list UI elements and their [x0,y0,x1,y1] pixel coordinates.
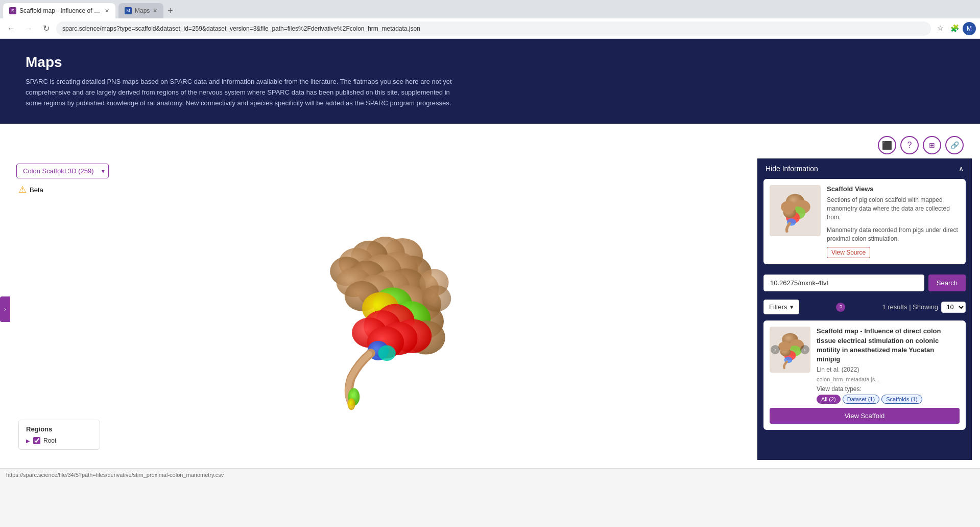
region-root-checkbox[interactable] [33,437,40,444]
filters-row: Filters ▾ ? 1 results | Showing 10 [757,295,972,318]
scaffold-views-card: Scaffold Views Sections of pig colon sca… [763,179,966,264]
beta-badge: ⚠ Beta [18,184,43,195]
tab2-label: Maps [135,7,150,14]
svg-point-33 [422,286,451,312]
region-expand-icon[interactable]: ▶ [26,438,30,444]
results-text: 1 results | Showing [882,303,938,311]
add-tab-button[interactable]: + [163,6,177,16]
scaffold-secondary-text: Manometry data recorded from pigs under … [827,226,960,243]
tab2-close-icon[interactable]: ✕ [153,8,157,14]
search-input[interactable] [763,274,924,291]
result-file: colon_hrm_metadata.js... [817,376,960,382]
svg-point-46 [778,342,791,352]
search-area: Search [757,270,972,295]
address-bar[interactable] [56,21,931,36]
scaffold-views-description: Sections of pig colon scaffold with mapp… [827,196,960,221]
tab2-favicon: M [125,7,132,14]
scaffold-thumb-svg [772,188,818,234]
side-panel: Hide Information [757,158,972,460]
result-card: ‹ [763,320,966,430]
badge-scaffolds[interactable]: Scaffolds (1) [881,395,922,404]
regions-title: Regions [26,425,92,433]
data-badges: All (2) Dataset (1) Scaffolds (1) [817,395,960,404]
back-button[interactable]: ← [4,21,18,36]
profile-button[interactable]: M [963,22,976,35]
result-author: Lin et al. (2022) [817,366,960,373]
hide-info-toggle[interactable]: Hide Information [757,158,972,179]
grid-button[interactable]: ⊞ [923,136,941,154]
svg-point-29 [378,346,395,361]
beta-icon: ⚠ [18,184,27,195]
scaffold-card-content: Scaffold Views Sections of pig colon sca… [827,185,960,258]
active-tab[interactable]: S Scaffold map - Influence of dire... ✕ [3,3,115,18]
status-bar: https://sparc.science/file/34/5?path=fil… [0,468,980,480]
bookmark-button[interactable]: ☆ [934,22,946,34]
scaffold-viewer: Colon Scaffold 3D (259) ⚠ Beta [8,158,757,460]
thumb-prev-button[interactable]: ‹ [771,345,780,354]
panel-toggle[interactable]: › [0,296,10,322]
header-banner: Maps SPARC is creating detailed PNS maps… [0,39,980,124]
search-button[interactable]: Search [928,274,966,291]
browser-tabs: S Scaffold map - Influence of dire... ✕ … [0,0,980,18]
svg-point-31 [347,399,355,410]
region-root-label: Root [43,437,56,444]
beta-label: Beta [30,186,43,194]
monitor-button[interactable]: ⬛ [878,136,896,154]
scaffold-selector: Colon Scaffold 3D (259) [16,164,109,178]
result-title: Scaffold map - Influence of direct colon… [817,327,960,364]
browser-actions: ☆ 🧩 M [934,22,976,35]
scaffold-views-title: Scaffold Views [827,185,960,193]
result-info: Scaffold map - Influence of direct colon… [817,327,960,404]
hide-info-label: Hide Information [766,165,818,173]
filters-chevron: ▾ [790,303,794,311]
filters-help-icon[interactable]: ? [836,303,845,312]
reload-button[interactable]: ↻ [39,21,53,36]
badge-dataset[interactable]: Dataset (1) [843,395,879,404]
scaffold-dropdown[interactable]: Colon Scaffold 3D (259) [16,164,109,178]
result-thumb: ‹ [770,327,810,373]
tab-close-icon[interactable]: ✕ [105,8,109,14]
page-title: Maps [26,54,954,71]
help-button[interactable]: ? [900,136,919,154]
badge-all[interactable]: All (2) [817,395,841,404]
view-scaffold-button[interactable]: View Scaffold [770,408,960,424]
forward-button[interactable]: → [21,21,36,36]
scaffold-selector-wrapper: Colon Scaffold 3D (259) [16,164,109,178]
colon-svg [255,207,511,411]
result-card-inner: ‹ [770,327,960,404]
extensions-button[interactable]: 🧩 [948,22,961,34]
main-content: ⬛ ? ⊞ 🔗 Colon Scaffold 3D (259) ⚠ Beta [0,124,980,468]
filters-label: Filters [769,303,787,311]
results-info: 1 results | Showing 10 [882,302,966,313]
hide-info-chevron [959,165,964,173]
regions-panel: Regions ▶ Root [18,420,100,450]
browser-controls: ← → ↻ ☆ 🧩 M [0,18,980,39]
filters-dropdown[interactable]: Filters ▾ [763,300,799,314]
toolbar: ⬛ ? ⊞ 🔗 [8,132,972,158]
page-description: SPARC is creating detailed PNS maps base… [26,77,460,108]
tab-favicon: S [9,7,16,14]
map-container: Colon Scaffold 3D (259) ⚠ Beta [8,158,972,460]
thumb-next-button[interactable]: › [800,345,809,354]
view-source-button[interactable]: View Source [827,247,870,258]
tab-label: Scaffold map - Influence of dire... [19,7,102,14]
colon-visualization [255,207,511,411]
region-item: ▶ Root [26,437,92,444]
status-url: https://sparc.science/file/34/5?path=fil… [6,472,224,478]
showing-select[interactable]: 10 [941,302,966,313]
browser-chrome: S Scaffold map - Influence of dire... ✕ … [0,0,980,39]
inactive-tab[interactable]: M Maps ✕ [118,3,163,18]
svg-point-39 [781,201,796,213]
view-data-label: View data types: [817,385,960,393]
scaffold-thumb [770,185,821,236]
link-button[interactable]: 🔗 [945,136,964,154]
